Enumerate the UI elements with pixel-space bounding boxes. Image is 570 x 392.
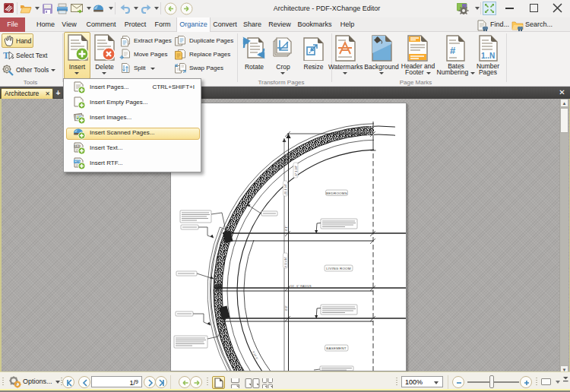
svg-text:BEDROOMS: BEDROOMS [326,191,347,195]
svg-text:16'- 6" RADIUS: 16'- 6" RADIUS [290,285,312,288]
svg-text:1..N: 1..N [481,52,495,60]
svg-text:BASEMENT: BASEMENT [326,346,347,350]
svg-text:#: # [450,45,456,56]
svg-text:21'-1 5/8": 21'-1 5/8" [284,183,287,194]
svg-text:27'-1 3/8": 27'-1 3/8" [295,165,298,176]
svg-text:8'-1": 8'-1" [285,225,288,231]
svg-text:T: T [3,50,9,61]
svg-text:8'-0": 8'-0" [285,305,288,311]
svg-text:LIVING ROOM: LIVING ROOM [326,267,351,270]
svg-text:9'-1 5/16": 9'-1 5/16" [284,256,287,267]
